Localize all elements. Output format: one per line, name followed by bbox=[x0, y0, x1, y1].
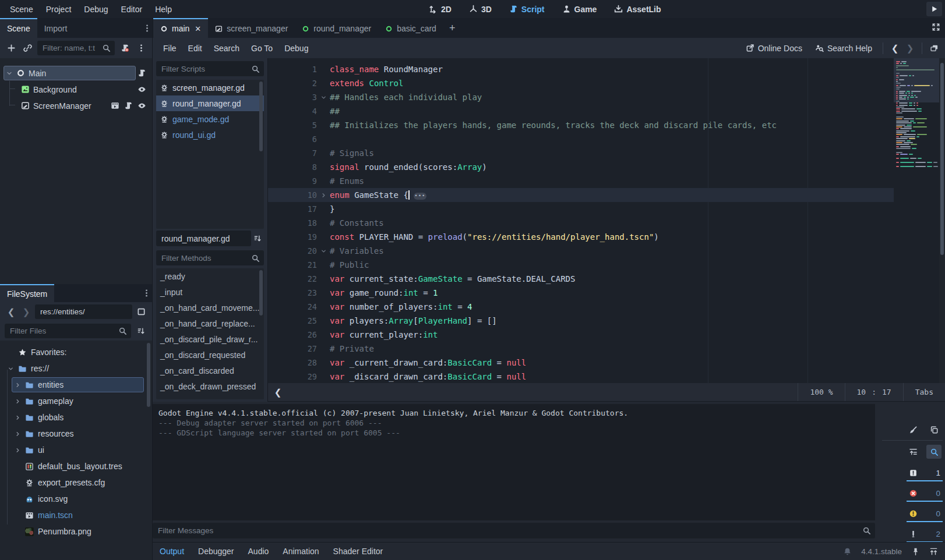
script-item-round_manager-gd[interactable]: round_manager.gd bbox=[156, 95, 264, 111]
code-line-22[interactable]: 22var current_state:GameState = GameStat… bbox=[268, 272, 945, 286]
line-number[interactable]: 28 bbox=[268, 358, 317, 367]
scene-node-main[interactable]: Main bbox=[0, 65, 152, 81]
eye-icon[interactable] bbox=[137, 85, 146, 94]
filter-scripts-input[interactable] bbox=[160, 64, 248, 74]
log-count-badge[interactable]: 1 bbox=[907, 466, 943, 481]
scripts-sort-button[interactable] bbox=[251, 232, 264, 246]
eye-icon[interactable] bbox=[137, 101, 146, 110]
fs-filter[interactable] bbox=[5, 324, 131, 338]
fs-item-penumbra-png[interactable]: Penumbra.png bbox=[0, 523, 152, 540]
line-number[interactable]: 4 bbox=[268, 107, 317, 116]
code-editor[interactable]: 1class_name RoundManager2extends Control… bbox=[268, 58, 945, 383]
fs-item-main-tscn[interactable]: main.tscn bbox=[0, 507, 152, 523]
workspace-game[interactable]: Game bbox=[556, 0, 603, 18]
line-number[interactable]: 9 bbox=[268, 176, 317, 186]
instance-scene-button[interactable] bbox=[21, 41, 34, 55]
collapse-messages-button[interactable] bbox=[905, 445, 921, 459]
expand-arrow-icon[interactable] bbox=[15, 382, 21, 388]
code-line-24[interactable]: 24var number_of_players:int = 4 bbox=[268, 300, 945, 314]
line-number[interactable]: 3 bbox=[268, 93, 317, 102]
current-script-name[interactable]: round_manager.gd bbox=[156, 231, 251, 246]
clapper-icon[interactable] bbox=[111, 101, 119, 110]
menu-editor[interactable]: Editor bbox=[115, 0, 149, 18]
line-number[interactable]: 2 bbox=[268, 79, 317, 88]
line-number[interactable]: 26 bbox=[268, 330, 317, 339]
code-scrollbar[interactable] bbox=[939, 58, 945, 383]
fs-split-mode-button[interactable] bbox=[135, 305, 147, 319]
script-menu-debug[interactable]: Debug bbox=[278, 38, 314, 58]
code-line-6[interactable]: 6 bbox=[268, 132, 945, 146]
menu-scene[interactable]: Scene bbox=[3, 0, 40, 18]
code-line-29[interactable]: 29var _discard_drawn_card:BasicCard = nu… bbox=[268, 370, 945, 383]
line-number[interactable]: 7 bbox=[268, 148, 317, 158]
workspace-3d[interactable]: 3D bbox=[463, 0, 498, 18]
bottom-tab-audio[interactable]: Audio bbox=[248, 547, 269, 556]
workspace-2d[interactable]: 2D bbox=[423, 0, 457, 18]
expand-arrow-icon[interactable] bbox=[15, 431, 21, 437]
code-line-21[interactable]: 21# Public bbox=[268, 258, 945, 272]
code-line-8[interactable]: 8signal round_ended(scores:Array) bbox=[268, 160, 945, 174]
code-line-28[interactable]: 28var _current_drawn_card:BasicCard = nu… bbox=[268, 356, 945, 370]
code-line-25[interactable]: 25var players:Array[PlayerHand] = [] bbox=[268, 314, 945, 328]
fs-item-favorites-[interactable]: Favorites: bbox=[0, 344, 152, 360]
expand-arrow-icon[interactable] bbox=[8, 366, 14, 372]
method-item-_on_discard_pile_draw_r[interactable]: _on_discard_pile_draw_r... bbox=[156, 331, 264, 347]
code-minimap[interactable] bbox=[894, 58, 939, 383]
menu-debug[interactable]: Debug bbox=[77, 0, 114, 18]
code-line-5[interactable]: 5## Initializes the players hands, game … bbox=[268, 118, 945, 132]
line-number[interactable]: 1 bbox=[268, 65, 317, 74]
filter-methods-input[interactable] bbox=[160, 253, 248, 263]
code-line-4[interactable]: 4## bbox=[268, 104, 945, 118]
expand-arrow-icon[interactable] bbox=[15, 414, 21, 421]
filter-messages-input[interactable] bbox=[157, 526, 859, 536]
code-line-26[interactable]: 26var current_player:int bbox=[268, 328, 945, 342]
code-line-20[interactable]: 20# Variables bbox=[268, 244, 945, 258]
line-number[interactable]: 23 bbox=[268, 288, 317, 297]
filter-scripts[interactable] bbox=[156, 61, 264, 76]
code-line-9[interactable]: 9# Enums bbox=[268, 174, 945, 188]
notifications-bell-icon[interactable] bbox=[843, 547, 852, 556]
indent-type[interactable]: Tabs bbox=[903, 383, 945, 401]
code-line-23[interactable]: 23var game_round:int = 1 bbox=[268, 286, 945, 300]
script-menu-go-to[interactable]: Go To bbox=[245, 38, 278, 58]
script-menu-edit[interactable]: Edit bbox=[182, 38, 208, 58]
methods-scrollbar[interactable] bbox=[259, 270, 263, 316]
script-menu-search[interactable]: Search bbox=[208, 38, 245, 58]
code-line-17[interactable]: 17} bbox=[268, 202, 945, 216]
fs-sort-button[interactable] bbox=[135, 324, 147, 338]
expand-arrow-icon[interactable] bbox=[15, 398, 21, 405]
script-item-screen_manager-gd[interactable]: screen_manager.gd bbox=[156, 80, 264, 95]
fs-scrollbar[interactable] bbox=[147, 343, 150, 407]
scene-tab-screen_manager[interactable]: screen_manager bbox=[208, 18, 295, 38]
close-tab-icon[interactable]: ✕ bbox=[195, 24, 201, 33]
fs-item-default-bus-layout-tres[interactable]: default_bus_layout.tres bbox=[0, 458, 152, 474]
script-icon[interactable] bbox=[124, 101, 133, 110]
fs-forward-button[interactable]: ❯ bbox=[20, 307, 33, 317]
fs-path[interactable]: res://entities/ bbox=[35, 304, 132, 319]
dock-menu-button[interactable] bbox=[141, 18, 153, 38]
fs-item-entities[interactable]: entities bbox=[0, 377, 152, 393]
line-number[interactable]: 22 bbox=[268, 274, 317, 283]
line-number[interactable]: 25 bbox=[268, 316, 317, 325]
script-menu-file[interactable]: File bbox=[157, 38, 182, 58]
fs-item-icon-svg[interactable]: icon.svg bbox=[0, 491, 152, 507]
code-line-27[interactable]: 27# Private bbox=[268, 342, 945, 356]
add-scene-tab-button[interactable]: + bbox=[443, 18, 461, 38]
scene-node-background[interactable]: Background bbox=[0, 81, 152, 97]
fs-back-button[interactable]: ❮ bbox=[5, 307, 17, 317]
method-item-_ready[interactable]: _ready bbox=[156, 268, 264, 284]
tab-import[interactable]: Import bbox=[37, 18, 75, 38]
history-forward-button[interactable]: ❯ bbox=[904, 43, 916, 54]
distraction-free-button[interactable] bbox=[932, 23, 940, 33]
line-number[interactable]: 18 bbox=[268, 218, 317, 228]
method-item-_input[interactable]: _input bbox=[156, 284, 264, 300]
code-line-18[interactable]: 18# Constants bbox=[268, 216, 945, 230]
fold-arrow-icon[interactable] bbox=[317, 94, 330, 101]
scene-tree-menu-button[interactable] bbox=[135, 41, 147, 55]
search-help-button[interactable]: Search Help bbox=[810, 44, 877, 53]
line-number[interactable]: 29 bbox=[268, 372, 317, 381]
expand-arrow-icon[interactable] bbox=[15, 447, 21, 453]
line-number[interactable]: 8 bbox=[268, 162, 317, 172]
expand-panel-icon[interactable] bbox=[929, 547, 938, 556]
script-item-round_ui-gd[interactable]: round_ui.gd bbox=[156, 127, 264, 143]
